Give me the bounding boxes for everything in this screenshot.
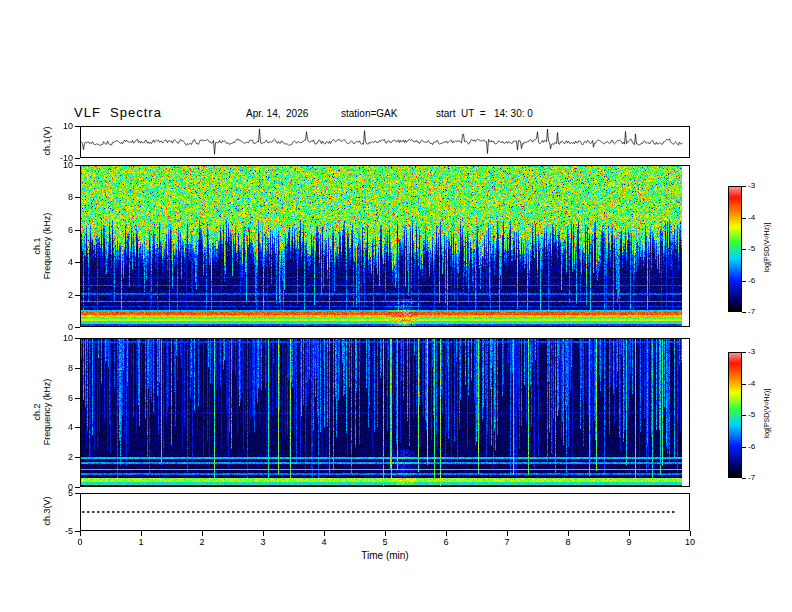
colorbar1-tick-mark--5: [742, 249, 746, 250]
ch2-spectrogram-canvas: [81, 339, 689, 486]
x-tick-label-5: 5: [375, 537, 395, 547]
x-tick-mark-9: [629, 531, 630, 536]
x-tick-mark-0: [80, 531, 81, 536]
y-tick-label-ch2-spectrogram-6: 6: [50, 393, 73, 403]
y-tick-label-ch1-spectrogram-4: 4: [50, 257, 73, 267]
y-tick-label-ch3-trace--5: -5: [50, 526, 73, 536]
x-tick-mark-3: [263, 531, 264, 536]
colorbar2-tick-label--6: -6: [748, 442, 755, 451]
ch1-frequency-axis-label: ch.1 Frequency (kHz): [32, 186, 52, 306]
y-tick-mark-ch1-waveform-10: [75, 126, 80, 127]
x-tick-label-10: 10: [680, 537, 700, 547]
colorbar1-tick-mark--7: [742, 312, 746, 313]
ch1-axis-channel-label: ch.1: [32, 186, 42, 306]
y-tick-label-ch1-spectrogram-0: 0: [50, 322, 73, 332]
header-date: Apr. 14, 2026: [246, 108, 308, 119]
y-tick-mark-ch2-spectrogram-6: [75, 398, 80, 399]
colorbar2-tick-mark--5: [742, 415, 746, 416]
x-tick-label-2: 2: [192, 537, 212, 547]
colorbar1-tick-label--4: -4: [748, 213, 755, 222]
figure-title: VLF Spectra: [74, 105, 162, 120]
y-tick-mark-ch1-spectrogram-8: [75, 197, 80, 198]
x-tick-label-9: 9: [619, 537, 639, 547]
y-tick-label-ch2-spectrogram-4: 4: [50, 422, 73, 432]
vlf-spectra-figure: VLF Spectra Apr. 14, 2026 station=GAK st…: [0, 0, 792, 612]
y-tick-mark-ch1-spectrogram-2: [75, 295, 80, 296]
colorbar1-tick-label--6: -6: [748, 276, 755, 285]
ch1-waveform-canvas: [81, 127, 689, 157]
x-tick-mark-7: [507, 531, 508, 536]
ch2-colorbar: [728, 352, 742, 478]
ch1-colorbar-label: log[PSD(V²/Hz)]: [763, 188, 770, 308]
x-tick-label-4: 4: [314, 537, 334, 547]
ch1-colorbar: [728, 186, 742, 312]
x-tick-label-0: 0: [70, 537, 90, 547]
x-tick-label-7: 7: [497, 537, 517, 547]
ch2-spectrogram-panel: [80, 338, 690, 487]
ch3-trace-canvas: [81, 494, 689, 530]
y-tick-mark-ch2-spectrogram-0: [75, 487, 80, 488]
y-tick-label-ch1-spectrogram-6: 6: [50, 225, 73, 235]
colorbar1-tick-mark--3: [742, 186, 746, 187]
ch3-voltage-axis-label: ch.3(V): [42, 451, 52, 571]
y-tick-label-ch1-waveform-10: 10: [50, 121, 73, 131]
x-tick-mark-5: [385, 531, 386, 536]
ch1-spectrogram-canvas: [81, 166, 689, 326]
y-tick-label-ch1-spectrogram-10: 10: [50, 160, 73, 170]
y-tick-mark-ch2-spectrogram-4: [75, 427, 80, 428]
colorbar2-tick-label--7: -7: [748, 473, 755, 482]
y-tick-label-ch3-trace-5: 5: [50, 488, 73, 498]
x-tick-mark-2: [202, 531, 203, 536]
y-tick-label-ch1-spectrogram-2: 2: [50, 290, 73, 300]
colorbar2-tick-mark--7: [742, 478, 746, 479]
ch1-spectrogram-panel: [80, 165, 690, 327]
x-tick-label-3: 3: [253, 537, 273, 547]
y-tick-label-ch2-spectrogram-8: 8: [50, 363, 73, 373]
x-tick-label-6: 6: [436, 537, 456, 547]
x-tick-label-1: 1: [131, 537, 151, 547]
ch1-axis-frequency-label: Frequency (kHz): [42, 186, 52, 306]
colorbar1-tick-mark--6: [742, 281, 746, 282]
x-tick-mark-1: [141, 531, 142, 536]
colorbar2-tick-label--4: -4: [748, 379, 755, 388]
x-tick-mark-8: [568, 531, 569, 536]
ch3-trace-panel: [80, 493, 690, 531]
colorbar2-tick-label--3: -3: [748, 347, 755, 356]
colorbar1-tick-label--3: -3: [748, 181, 755, 190]
x-tick-mark-10: [690, 531, 691, 536]
y-tick-mark-ch2-spectrogram-8: [75, 368, 80, 369]
ch2-colorbar-label: log[PSD(V²/Hz)]: [763, 354, 770, 474]
y-tick-mark-ch1-spectrogram-0: [75, 327, 80, 328]
x-tick-mark-4: [324, 531, 325, 536]
ch1-waveform-panel: [80, 126, 690, 158]
ch2-axis-channel-label: ch.2: [32, 352, 42, 472]
y-tick-label-ch2-spectrogram-2: 2: [50, 452, 73, 462]
ch1-colorbar-canvas: [729, 187, 741, 311]
x-tick-label-8: 8: [558, 537, 578, 547]
colorbar2-tick-mark--4: [742, 384, 746, 385]
y-tick-mark-ch1-spectrogram-4: [75, 262, 80, 263]
x-tick-mark-6: [446, 531, 447, 536]
y-tick-mark-ch1-spectrogram-10: [75, 165, 80, 166]
y-tick-mark-ch3-trace-5: [75, 493, 80, 494]
time-axis-label: Time (min): [80, 550, 690, 561]
header-start-ut: start UT = 14: 30: 0: [436, 108, 533, 119]
y-tick-mark-ch2-spectrogram-10: [75, 338, 80, 339]
y-tick-mark-ch2-spectrogram-2: [75, 457, 80, 458]
ch1-voltage-axis-label: ch.1(V): [42, 81, 52, 201]
colorbar2-tick-mark--6: [742, 447, 746, 448]
colorbar2-tick-mark--3: [742, 352, 746, 353]
y-tick-mark-ch1-waveform--10: [75, 158, 80, 159]
y-tick-mark-ch1-spectrogram-6: [75, 230, 80, 231]
colorbar1-tick-label--7: -7: [748, 307, 755, 316]
colorbar2-tick-label--5: -5: [748, 410, 755, 419]
colorbar1-tick-mark--4: [742, 218, 746, 219]
colorbar1-tick-label--5: -5: [748, 244, 755, 253]
header-station: station=GAK: [341, 108, 397, 119]
y-tick-label-ch2-spectrogram-10: 10: [50, 333, 73, 343]
y-tick-label-ch1-spectrogram-8: 8: [50, 192, 73, 202]
ch2-colorbar-canvas: [729, 353, 741, 477]
